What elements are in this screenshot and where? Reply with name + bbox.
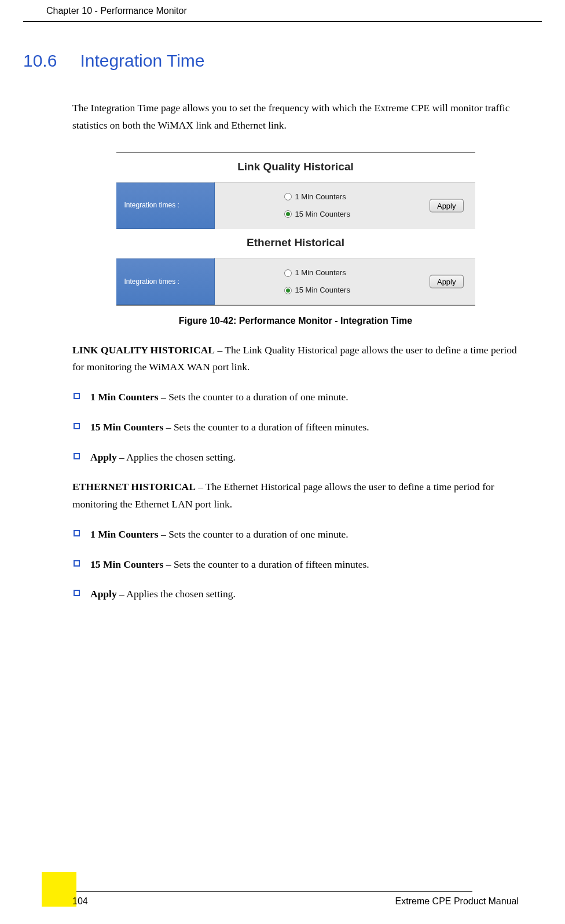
bullet-icon <box>74 393 80 399</box>
bullet-item: Apply – Applies the chosen setting. <box>72 449 519 466</box>
radio-icon <box>284 193 292 200</box>
bullet-desc: – Sets the counter to a duration of fift… <box>163 558 369 570</box>
link-quality-desc: LINK QUALITY HISTORICAL – The Link Quali… <box>72 342 519 377</box>
radio-label: 1 Min Counters <box>295 266 346 279</box>
bullet-text: Apply – Applies the chosen setting. <box>90 449 519 466</box>
bullet-text: 15 Min Counters – Sets the counter to a … <box>90 556 519 574</box>
figure-caption: Figure 10-42: Performance Monitor - Inte… <box>72 313 519 328</box>
radio-label: 15 Min Counters <box>295 284 350 297</box>
link-quality-row: Integration times : 1 Min Counters 15 Mi… <box>116 182 475 229</box>
section-number: 10.6 <box>23 51 57 71</box>
bullet-desc: – Sets the counter to a duration of fift… <box>163 421 369 433</box>
link-quality-options: 1 Min Counters 15 Min Counters Apply <box>215 182 475 229</box>
bullet-label: 1 Min Counters <box>90 391 159 403</box>
bullet-icon <box>74 423 80 429</box>
bullet-item: 15 Min Counters – Sets the counter to a … <box>72 556 519 574</box>
radio-label: 15 Min Counters <box>295 208 350 221</box>
link-quality-heading: LINK QUALITY HISTORICAL <box>72 344 215 356</box>
bullet-icon <box>74 590 80 596</box>
footer-rule <box>72 891 472 892</box>
bullet-item: Apply – Applies the chosen setting. <box>72 586 519 603</box>
apply-button[interactable]: Apply <box>430 275 464 288</box>
integration-times-label: Integration times : <box>116 258 215 305</box>
manual-name: Extreme CPE Product Manual <box>395 896 519 907</box>
radio-icon <box>284 287 292 294</box>
bullet-text: 15 Min Counters – Sets the counter to a … <box>90 419 519 436</box>
radio-label: 1 Min Counters <box>295 191 346 203</box>
integration-times-label: Integration times : <box>116 182 215 229</box>
bullet-item: 1 Min Counters – Sets the counter to a d… <box>72 526 519 543</box>
bullet-label: 15 Min Counters <box>90 558 163 570</box>
bullet-desc: – Applies the chosen setting. <box>117 451 236 463</box>
bullet-icon <box>74 453 80 459</box>
bullet-desc: – Applies the chosen setting. <box>117 588 236 600</box>
section-title: Integration Time <box>80 51 204 71</box>
bullet-label: 1 Min Counters <box>90 528 159 540</box>
page-number: 104 <box>0 896 88 907</box>
bullet-text: Apply – Applies the chosen setting. <box>90 586 519 603</box>
ethernet-row: Integration times : 1 Min Counters 15 Mi… <box>116 258 475 305</box>
bullet-item: 15 Min Counters – Sets the counter to a … <box>72 419 519 436</box>
ethernet-heading: ETHERNET HISTORICAL <box>72 481 196 492</box>
bullet-desc: – Sets the counter to a duration of one … <box>159 528 348 540</box>
bullet-text: 1 Min Counters – Sets the counter to a d… <box>90 526 519 543</box>
figure-container: Link Quality Historical Integration time… <box>116 152 475 306</box>
figure-title-link-quality: Link Quality Historical <box>116 153 475 182</box>
radio-icon <box>284 269 292 277</box>
bullet-text: 1 Min Counters – Sets the counter to a d… <box>90 389 519 406</box>
ethernet-options: 1 Min Counters 15 Min Counters Apply <box>215 258 475 305</box>
bullet-icon <box>74 560 80 567</box>
main-content: The Integration Time page allows you to … <box>0 71 565 603</box>
apply-button[interactable]: Apply <box>430 199 464 212</box>
bullet-desc: – Sets the counter to a duration of one … <box>159 391 348 403</box>
bullet-label: 15 Min Counters <box>90 421 163 433</box>
page-header: Chapter 10 - Performance Monitor <box>23 0 542 22</box>
page-footer: 104 Extreme CPE Product Manual <box>0 891 565 907</box>
ethernet-desc: ETHERNET HISTORICAL – The Ethernet Histo… <box>72 479 519 513</box>
bullet-item: 1 Min Counters – Sets the counter to a d… <box>72 389 519 406</box>
bullet-label: Apply <box>90 588 117 600</box>
intro-paragraph: The Integration Time page allows you to … <box>72 100 519 134</box>
section-heading: 10.6 Integration Time <box>0 22 565 71</box>
figure-title-ethernet: Ethernet Historical <box>116 229 475 258</box>
bullet-icon <box>74 530 80 536</box>
radio-icon <box>284 210 292 218</box>
bullet-label: Apply <box>90 451 117 463</box>
